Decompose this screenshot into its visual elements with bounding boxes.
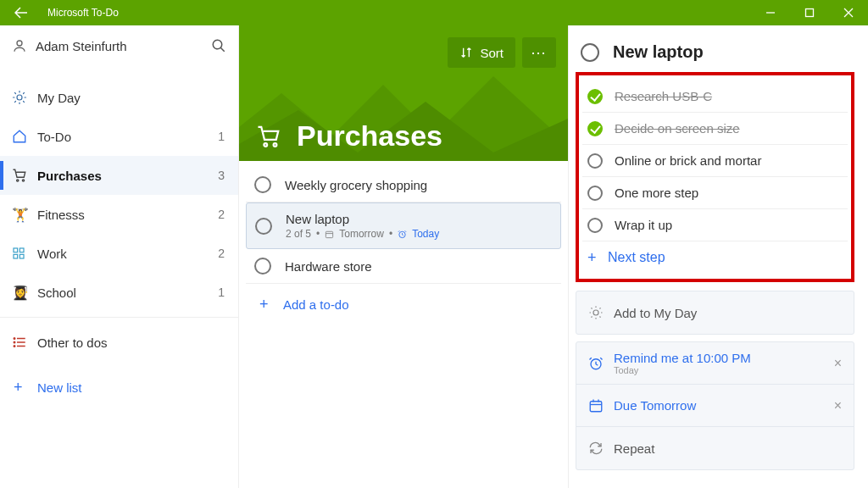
task-label: Hardware store (285, 259, 372, 274)
sun-icon (588, 305, 614, 320)
task-checkbox[interactable] (254, 176, 271, 193)
search-icon[interactable] (211, 38, 226, 53)
step-label: One more step (615, 186, 698, 200)
add-todo-label: Add a to-do (283, 297, 349, 312)
svg-point-32 (593, 310, 598, 315)
list-header: Sort ⋯ Purchases (239, 25, 568, 161)
svg-rect-17 (19, 248, 24, 252)
sidebar-item-other[interactable]: Other to dos (0, 323, 238, 362)
add-my-day-card: Add to My Day (576, 291, 854, 335)
step-checkbox[interactable] (587, 121, 603, 136)
sidebar-item-todo[interactable]: To-Do 1 (0, 117, 238, 156)
cart-icon (256, 124, 281, 149)
svg-rect-1 (806, 9, 814, 17)
add-todo-button[interactable]: + Add a to-do (246, 284, 561, 325)
sidebar-item-count: 2 (218, 247, 225, 260)
plus-icon: + (14, 379, 37, 396)
more-button[interactable]: ⋯ (522, 37, 556, 68)
grid-icon (12, 247, 37, 260)
svg-point-24 (14, 341, 15, 343)
sort-button[interactable]: Sort (448, 37, 515, 68)
task-checkbox[interactable] (254, 258, 271, 274)
window-minimize-button[interactable] (751, 0, 790, 25)
svg-line-12 (14, 102, 15, 103)
svg-line-39 (591, 317, 592, 318)
list-pane: Sort ⋯ Purchases Weekly grocery shopping… (239, 25, 568, 488)
sidebar-item-myday[interactable]: My Day (0, 78, 238, 117)
svg-line-37 (591, 308, 592, 308)
svg-rect-42 (590, 401, 602, 411)
list-icon (12, 335, 37, 350)
sidebar-item-purchases[interactable]: Purchases 3 (0, 156, 238, 195)
due-row[interactable]: Due Tomorrow × (576, 385, 854, 427)
back-button[interactable] (0, 6, 42, 19)
svg-point-28 (274, 143, 277, 147)
step-checkbox[interactable] (587, 89, 603, 104)
add-my-day-button[interactable]: Add to My Day (576, 291, 854, 334)
sidebar-separator (0, 317, 238, 318)
repeat-label: Repeat (614, 441, 842, 456)
window-close-button[interactable] (829, 0, 868, 25)
fitness-icon: 🏋️ (12, 207, 37, 223)
school-icon: 👩‍🎓 (12, 285, 37, 301)
repeat-row[interactable]: Repeat (576, 427, 854, 469)
next-step-label: Next step (608, 250, 665, 265)
svg-point-23 (14, 338, 15, 340)
plus-icon: + (587, 249, 608, 267)
remove-due-button[interactable]: × (834, 398, 842, 413)
step-checkbox[interactable] (587, 186, 603, 201)
task-checkbox[interactable] (255, 218, 272, 235)
window-maximize-button[interactable] (790, 0, 829, 25)
step-row[interactable]: Decide on screen size (582, 113, 848, 145)
svg-point-3 (213, 40, 222, 49)
calendar-icon (325, 230, 334, 239)
remind-row[interactable]: Remind me at 10:00 PM Today × (576, 342, 854, 385)
detail-title: New laptop (613, 42, 704, 62)
sidebar-item-count: 1 (218, 286, 225, 299)
sidebar: Adam Steinfurth My Day To-Do 1 Purchases… (0, 25, 239, 488)
svg-line-10 (14, 92, 15, 93)
svg-point-5 (17, 95, 22, 100)
alarm-icon (398, 230, 407, 239)
step-label: Decide on screen size (615, 121, 740, 136)
svg-line-40 (600, 308, 601, 308)
step-label: Research USB-C (615, 89, 712, 103)
due-label: Due Tomorrow (614, 398, 834, 413)
user-search-row[interactable]: Adam Steinfurth (0, 25, 238, 66)
sidebar-item-label: My Day (37, 91, 225, 105)
sidebar-item-label: Purchases (37, 169, 218, 183)
sidebar-item-label: Work (37, 247, 218, 261)
sidebar-item-school[interactable]: 👩‍🎓 School 1 (0, 273, 238, 312)
step-row[interactable]: One more step (582, 177, 848, 209)
sidebar-item-label: Other to dos (37, 336, 225, 350)
remove-reminder-button[interactable]: × (834, 356, 842, 371)
remind-label: Remind me at 10:00 PM (614, 351, 834, 365)
task-row[interactable]: New laptop 2 of 5• Tomorrow• Today (246, 202, 561, 249)
step-row[interactable]: Wrap it up (582, 209, 848, 241)
add-step-button[interactable]: + Next step (582, 241, 848, 274)
calendar-icon (588, 398, 614, 413)
step-row[interactable]: Online or brick and mortar (582, 145, 848, 177)
sort-icon (459, 46, 473, 59)
titlebar: Microsoft To-Do (0, 0, 868, 25)
user-icon (12, 38, 31, 53)
task-row[interactable]: Weekly grocery shopping (246, 168, 561, 202)
cart-icon (12, 168, 37, 183)
svg-line-4 (220, 47, 225, 52)
new-list-button[interactable]: + New list (0, 369, 238, 406)
task-checkbox[interactable] (581, 43, 599, 62)
sidebar-item-count: 3 (218, 169, 225, 182)
svg-point-14 (17, 180, 19, 181)
step-checkbox[interactable] (587, 218, 603, 233)
task-row[interactable]: Hardware store (246, 249, 561, 284)
sidebar-item-fitness[interactable]: 🏋️ Fitnesss 2 (0, 195, 238, 234)
svg-rect-19 (19, 254, 24, 258)
sidebar-item-work[interactable]: Work 2 (0, 234, 238, 273)
step-checkbox[interactable] (587, 153, 603, 169)
repeat-icon (588, 441, 614, 456)
sidebar-item-label: Fitnesss (37, 208, 218, 222)
sidebar-item-count: 2 (218, 208, 225, 221)
step-row[interactable]: Research USB-C (582, 80, 848, 113)
schedule-card: Remind me at 10:00 PM Today × Due Tomorr… (576, 341, 854, 470)
sidebar-item-label: To-Do (37, 130, 218, 144)
